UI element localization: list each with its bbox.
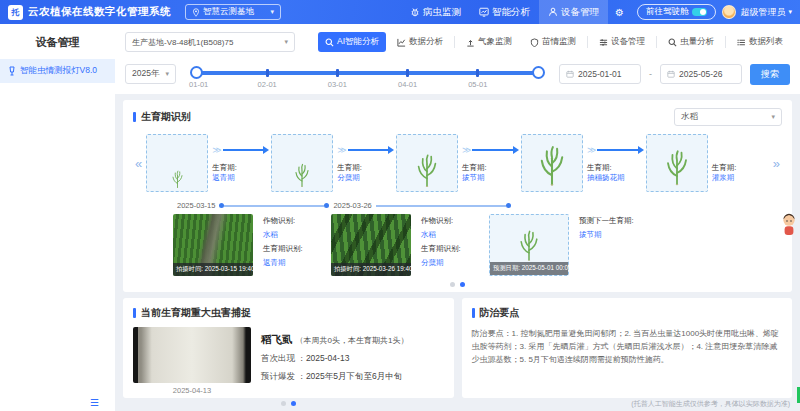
outbreak-label: 预计爆发 ： bbox=[261, 371, 306, 381]
stage-carousel: « ≫ 生育期: 返青期 ≫ 生育期: 分蘖期 bbox=[133, 134, 782, 192]
cockpit-label: 前往驾驶舱 bbox=[646, 6, 689, 18]
stage-cell: ≫ 生育期: 抽穗扬花期 bbox=[521, 134, 644, 192]
base-selector[interactable]: 智慧云测基地 ▾ bbox=[185, 4, 281, 20]
capture-caption: 拍摄时间: 2025-03-15 19:40 bbox=[173, 263, 253, 276]
dot[interactable] bbox=[450, 282, 455, 287]
pest-trap-photo[interactable] bbox=[133, 327, 251, 383]
panel-title: 当前生育期重大虫害捕捉 bbox=[133, 306, 444, 320]
plant-icon bbox=[170, 170, 185, 188]
nav-intelligent-analysis[interactable]: 智能分析 bbox=[470, 0, 539, 24]
dot[interactable] bbox=[281, 401, 286, 406]
crop-recognition-label: 作物识别: bbox=[421, 216, 479, 226]
dot-active[interactable] bbox=[291, 401, 296, 406]
data-list-button[interactable]: 数据列表 bbox=[730, 32, 790, 52]
stage-value-link[interactable]: 返青期 bbox=[212, 173, 269, 183]
capture-photo[interactable]: 拍摄时间: 2025-03-15 19:40 bbox=[173, 214, 253, 276]
stage-value-link[interactable]: 拔节期 bbox=[462, 173, 519, 183]
collapse-menu-icon[interactable]: ☰ bbox=[90, 397, 99, 408]
dot-active[interactable] bbox=[460, 282, 465, 287]
capture-photo[interactable]: 拍摄时间: 2025-03-26 19:40 bbox=[331, 214, 411, 276]
stage-recognition-label: 生育期识别: bbox=[421, 244, 479, 254]
year-select[interactable]: 2025年 ▾ bbox=[125, 64, 176, 84]
timeline-dot bbox=[324, 203, 329, 208]
stage-value-link[interactable]: 分蘖期 bbox=[337, 173, 394, 183]
seedling-monitor-button[interactable]: 苗情监测 bbox=[523, 32, 583, 52]
slider-handle-end[interactable] bbox=[532, 66, 545, 79]
stage-recognition-value[interactable]: 返青期 bbox=[263, 258, 321, 268]
plant-icon bbox=[662, 146, 692, 188]
divider bbox=[587, 36, 588, 48]
stage-arrow-icon: ≫ bbox=[462, 143, 519, 157]
capture-timeline: 2025-03-15 2025-03-26 bbox=[173, 201, 573, 210]
nav-pest-monitoring[interactable]: 病虫监测 bbox=[401, 0, 470, 24]
date-end-input[interactable]: 2025-05-26 bbox=[660, 64, 742, 84]
calendar-icon bbox=[566, 70, 574, 78]
search-button[interactable]: 搜索 bbox=[750, 64, 790, 85]
slider-handle-start[interactable] bbox=[190, 66, 203, 79]
insect-count-analysis-button[interactable]: 虫量分析 bbox=[661, 32, 721, 52]
settings-gear-icon[interactable]: ⚙ bbox=[608, 7, 631, 18]
bottom-panels: 当前生育期重大虫害捕捉 2025-04-13 稻飞虱（本周共0头，本生育期共1头… bbox=[123, 298, 792, 398]
stage-image-jointing[interactable] bbox=[396, 134, 458, 192]
stage-cell: ≫ 生育期: 分蘖期 bbox=[271, 134, 394, 192]
slider-tick: 04-01 bbox=[406, 69, 409, 77]
button-label: 设备管理 bbox=[611, 36, 645, 48]
prediction-value[interactable]: 拔节期 bbox=[579, 230, 637, 240]
sidebar-item-insect-lamp[interactable]: 智能虫情测报灯V8.0 bbox=[0, 59, 115, 83]
stage-label: 生育期: bbox=[212, 163, 269, 173]
assistant-mascot[interactable] bbox=[781, 212, 797, 242]
device-management-button[interactable]: 设备管理 bbox=[592, 32, 652, 52]
data-analysis-button[interactable]: 数据分析 bbox=[390, 32, 450, 52]
crop-recognition-label: 作物识别: bbox=[263, 216, 321, 226]
ai-analysis-button[interactable]: AI智能分析 bbox=[318, 32, 386, 52]
carousel-next-icon[interactable]: » bbox=[771, 156, 782, 171]
search-icon bbox=[325, 38, 334, 47]
date-start-input[interactable]: 2025-01-01 bbox=[559, 64, 641, 84]
upload-cloud-icon bbox=[466, 38, 475, 47]
user-menu[interactable]: 超级管理员 ▾ bbox=[722, 5, 792, 19]
stage-label: 生育期: bbox=[337, 163, 394, 173]
sliders-icon bbox=[599, 38, 608, 47]
stage-image-tillering[interactable] bbox=[271, 134, 333, 192]
chevron-down-icon: ▾ bbox=[788, 8, 792, 16]
base-selector-value: 智慧云测基地 bbox=[203, 6, 254, 18]
pest-info: 稻飞虱（本周共0头，本生育期共1头） 首次出现 ：2025-04-13 预计爆发… bbox=[261, 327, 408, 395]
button-label: 苗情监测 bbox=[542, 36, 576, 48]
year-select-value: 2025年 bbox=[132, 68, 159, 80]
carousel-dots bbox=[133, 282, 782, 287]
nav-device-management[interactable]: 设备管理 bbox=[539, 0, 608, 24]
panel-title: 生育期识别 bbox=[133, 110, 191, 124]
filter-panel: 生产基地-V8-48机1(B508)75 ▾ AI智能分析 数据分析 气象监测 bbox=[115, 24, 800, 94]
stage-value-link[interactable]: 抽穗扬花期 bbox=[587, 173, 644, 183]
stage-image-heading[interactable] bbox=[521, 134, 583, 192]
stage-recognition-value[interactable]: 分蘖期 bbox=[421, 258, 479, 268]
prediction-card[interactable]: 预测日期: 2025-05-01 00:00 bbox=[489, 214, 569, 276]
button-label: 虫量分析 bbox=[680, 36, 714, 48]
weather-monitor-button[interactable]: 气象监测 bbox=[459, 32, 519, 52]
crop-recognition-value[interactable]: 水稻 bbox=[421, 230, 479, 240]
crop-select[interactable]: 水稻 ▾ bbox=[674, 108, 782, 126]
device-select[interactable]: 生产基地-V8-48机1(B508)75 ▾ bbox=[125, 32, 295, 52]
list-icon bbox=[737, 38, 746, 47]
app-logo-icon: 托 bbox=[8, 5, 23, 20]
stage-image-grain-filling[interactable] bbox=[646, 134, 708, 192]
nav-label: 病虫监测 bbox=[423, 6, 461, 19]
sidebar: 设备管理 智能虫情测报灯V8.0 ☰ bbox=[0, 24, 115, 411]
slider-tick: 02-01 bbox=[266, 69, 269, 77]
timeline-date: 2025-03-26 bbox=[333, 201, 371, 210]
carousel-prev-icon[interactable]: « bbox=[133, 156, 144, 171]
stage-value-link[interactable]: 灌浆期 bbox=[712, 173, 769, 183]
crop-recognition-value[interactable]: 水稻 bbox=[263, 230, 321, 240]
pest-count: （本周共0头，本生育期共1头） bbox=[296, 336, 409, 345]
stage-image-regreening[interactable] bbox=[146, 134, 208, 192]
control-points-text: 防治要点：1. 控制氮肥用量避免田间郁闭；2. 当百丛虫量达1000头时使用吡虫… bbox=[472, 327, 783, 367]
cockpit-button[interactable]: 前往驾驶舱 bbox=[637, 4, 717, 20]
stage-cell: 生育期: 灌浆期 bbox=[646, 134, 769, 192]
date-range-slider[interactable]: 01-01 02-01 03-01 04-01 05-01 bbox=[192, 62, 543, 86]
sidebar-title: 设备管理 bbox=[0, 24, 115, 59]
slider-track[interactable] bbox=[192, 71, 543, 75]
toolbar-buttons: AI智能分析 数据分析 气象监测 苗情监测 设备管理 bbox=[318, 32, 790, 52]
capture-record-info: 作物识别: 水稻 生育期识别: 分蘖期 bbox=[421, 214, 479, 268]
cockpit-toggle[interactable] bbox=[692, 8, 707, 16]
plant-icon bbox=[292, 162, 312, 188]
